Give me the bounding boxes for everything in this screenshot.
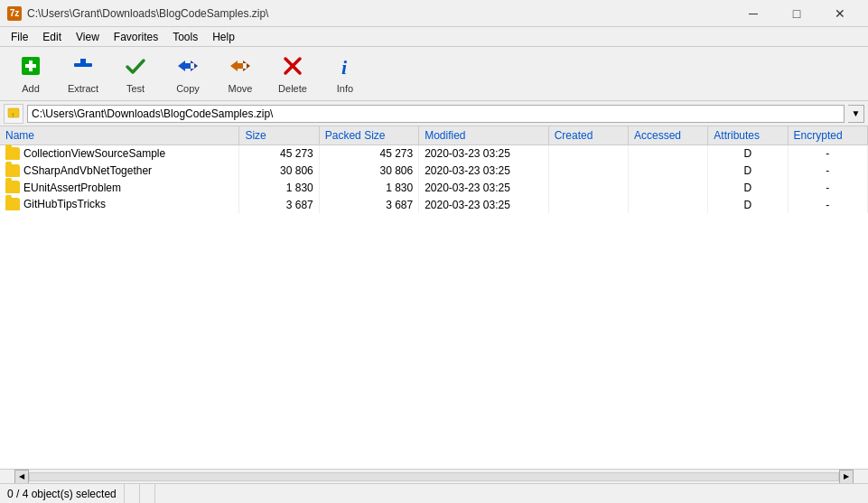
file-list: Name Size Packed Size Modified Created A… (0, 126, 868, 213)
file-list-container: Name Size Packed Size Modified Created A… (0, 126, 868, 469)
address-dropdown-button[interactable]: ▼ (848, 105, 864, 123)
cell-created (548, 196, 628, 213)
minimize-button[interactable]: ─ (733, 0, 774, 27)
cell-created (548, 163, 628, 180)
column-header-row: Name Size Packed Size Modified Created A… (0, 126, 868, 145)
col-header-accessed[interactable]: Accessed (628, 126, 707, 145)
folder-icon (5, 198, 20, 210)
extract-icon (71, 54, 95, 81)
add-button[interactable]: Add (5, 51, 56, 98)
svg-marker-7 (230, 61, 243, 71)
info-button[interactable]: i Info (320, 51, 370, 98)
cell-encrypted: - (788, 196, 867, 213)
scroll-right-button[interactable]: ▶ (839, 470, 854, 484)
status-seg4 (155, 484, 868, 503)
table-row[interactable]: EUnitAssertProblem1 8301 8302020-03-23 0… (0, 180, 868, 197)
menu-help[interactable]: Help (205, 29, 242, 45)
svg-text:i: i (341, 56, 348, 78)
cell-accessed (628, 145, 707, 163)
svg-marker-8 (243, 61, 250, 71)
test-button[interactable]: Test (110, 51, 161, 98)
menu-bar: File Edit View Favorites Tools Help (0, 27, 868, 47)
cell-packed: 45 273 (319, 145, 418, 163)
cell-name: GitHubTipsTricks (0, 196, 239, 213)
cell-packed: 30 806 (319, 163, 418, 180)
toolbar: Add Extract Test Copy (0, 47, 868, 101)
scrollbar-area: ◀ ▶ (0, 469, 868, 483)
delete-label: Delete (278, 83, 307, 94)
folder-icon (5, 181, 20, 193)
folder-icon (5, 164, 20, 177)
menu-edit[interactable]: Edit (35, 29, 69, 45)
table-row[interactable]: GitHubTipsTricks3 6873 6872020-03-23 03:… (0, 196, 868, 213)
info-icon: i (333, 54, 357, 81)
menu-favorites[interactable]: Favorites (107, 29, 165, 45)
address-bar: ↑ ▼ (0, 101, 868, 126)
cell-packed: 1 830 (319, 180, 418, 197)
test-icon (124, 54, 147, 81)
status-bar: 0 / 4 object(s) selected (0, 483, 868, 503)
cell-size: 1 830 (239, 180, 319, 197)
cell-size: 30 806 (239, 163, 319, 180)
cell-modified: 2020-03-23 03:25 (419, 180, 549, 197)
info-label: Info (337, 83, 353, 94)
copy-button[interactable]: Copy (163, 51, 213, 98)
cell-size: 3 687 (239, 196, 319, 213)
move-label: Move (229, 83, 253, 94)
status-seg2 (125, 484, 140, 503)
close-button[interactable]: ✕ (819, 0, 861, 27)
cell-accessed (628, 196, 707, 213)
cell-modified: 2020-03-23 03:25 (419, 163, 549, 180)
svg-marker-6 (191, 61, 198, 71)
copy-icon (176, 54, 200, 81)
cell-encrypted: - (788, 163, 867, 180)
col-header-modified[interactable]: Modified (419, 126, 549, 145)
cell-attributes: D (708, 163, 788, 180)
cell-packed: 3 687 (319, 196, 418, 213)
col-header-encrypted[interactable]: Encrypted (788, 126, 867, 145)
extract-button[interactable]: Extract (58, 51, 108, 98)
col-header-size[interactable]: Size (239, 126, 319, 145)
copy-label: Copy (176, 83, 200, 94)
cell-accessed (628, 163, 707, 180)
add-label: Add (22, 83, 40, 94)
folder-icon (5, 147, 20, 160)
cell-encrypted: - (788, 180, 867, 197)
cell-encrypted: - (788, 145, 867, 163)
cell-size: 45 273 (239, 145, 319, 163)
window-title: C:\Users\Grant\Downloads\BlogCodeSamples… (27, 7, 268, 20)
col-header-created[interactable]: Created (548, 126, 628, 145)
status-seg3 (140, 484, 155, 503)
svg-text:↑: ↑ (11, 111, 14, 119)
scroll-left-button[interactable]: ◀ (14, 470, 29, 484)
cell-modified: 2020-03-23 03:25 (419, 196, 549, 213)
maximize-button[interactable]: □ (776, 0, 817, 27)
cell-name: CSharpAndVbNetTogether (0, 163, 239, 180)
cell-attributes: D (708, 180, 788, 197)
menu-file[interactable]: File (4, 29, 35, 45)
move-button[interactable]: Move (215, 51, 266, 98)
cell-created (548, 145, 628, 163)
status-selection: 0 / 4 object(s) selected (0, 484, 125, 503)
svg-rect-4 (80, 59, 86, 64)
test-label: Test (126, 83, 145, 94)
navigate-up-button[interactable]: ↑ (4, 104, 23, 124)
table-row[interactable]: CSharpAndVbNetTogether30 80630 8062020-0… (0, 163, 868, 180)
svg-rect-2 (25, 64, 36, 68)
add-icon (19, 54, 42, 81)
menu-view[interactable]: View (69, 29, 107, 45)
delete-button[interactable]: Delete (267, 51, 318, 98)
cell-attributes: D (708, 196, 788, 213)
cell-attributes: D (708, 145, 788, 163)
title-bar-controls: ─ □ ✕ (733, 0, 861, 27)
col-header-attributes[interactable]: Attributes (708, 126, 788, 145)
col-header-name[interactable]: Name (0, 126, 239, 145)
table-row[interactable]: CollectionViewSourceSample45 27345 27320… (0, 145, 868, 163)
file-list-body: CollectionViewSourceSample45 27345 27320… (0, 145, 868, 214)
scrollbar-track[interactable] (29, 472, 839, 481)
cell-name: EUnitAssertProblem (0, 180, 239, 197)
col-header-packed[interactable]: Packed Size (319, 126, 418, 145)
cell-created (548, 180, 628, 197)
address-input[interactable] (27, 105, 845, 123)
menu-tools[interactable]: Tools (165, 29, 205, 45)
